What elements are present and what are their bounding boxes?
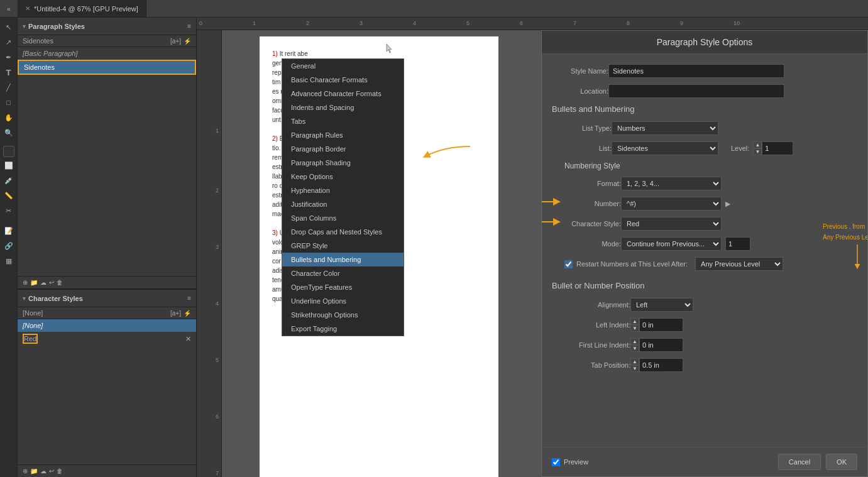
menu-item-span-columns[interactable]: Span Columns (282, 211, 404, 225)
cancel-button[interactable]: Cancel (778, 454, 821, 470)
para-panel-icon-trash[interactable]: 🗑 (57, 279, 63, 286)
left-indent-input[interactable] (639, 318, 683, 332)
menu-item-basic-char[interactable]: Basic Character Formats (282, 73, 404, 87)
first-line-indent-up[interactable]: ▲ (630, 338, 639, 345)
para-panel-menu-icon[interactable]: ≡ (187, 23, 191, 30)
format-select[interactable]: 1, 2, 3, 4... (621, 177, 722, 190)
char-panel-icon-arrow[interactable]: ↩ (49, 468, 54, 474)
para-sync-icon[interactable]: [a+] (170, 38, 181, 45)
menu-item-advanced-char[interactable]: Advanced Character Formats (282, 87, 404, 101)
level-spinner: ▲ ▼ (753, 141, 793, 155)
list-select[interactable]: Sidenotes (612, 141, 718, 155)
char-style-select[interactable]: Red (621, 217, 722, 231)
table-icon[interactable]: ▦ (2, 254, 16, 268)
document-area: 0 1 2 3 4 5 6 7 8 9 10 1 2 3 4 5 6 (197, 18, 868, 477)
eyedropper-icon[interactable]: 💉 (2, 173, 16, 187)
menu-item-grep[interactable]: GREP Style (282, 239, 404, 253)
document-tab[interactable]: ✕ *Untitled-4 @ 67% [GPU Preview] (18, 0, 146, 17)
ok-button[interactable]: OK (826, 454, 857, 470)
menu-item-tabs[interactable]: Tabs (282, 114, 404, 128)
menu-item-export-tagging[interactable]: Export Tagging (282, 322, 404, 336)
fill-color-icon[interactable] (3, 146, 14, 157)
tab-position-up[interactable]: ▲ (630, 358, 639, 365)
restart-checkbox[interactable] (564, 260, 573, 268)
menu-item-para-rules[interactable]: Paragraph Rules (282, 128, 404, 142)
para-panel-icon-folder[interactable]: 📁 (30, 279, 38, 286)
rect-tool-icon[interactable]: □ (2, 96, 16, 109)
para-panel-icon-create[interactable]: ⊕ (23, 279, 28, 286)
menu-item-char-color[interactable]: Character Color (282, 266, 404, 280)
first-line-indent-down[interactable]: ▼ (630, 345, 639, 352)
number-expand-icon[interactable]: ▶ (725, 200, 730, 208)
restart-select[interactable]: Any Previous Level (695, 257, 783, 271)
notes-icon[interactable]: 📝 (2, 224, 16, 238)
list-type-select[interactable]: Numbers (612, 121, 718, 135)
char-flash-icon[interactable]: ⚡ (184, 310, 191, 317)
level-down-btn[interactable]: ▼ (753, 148, 762, 155)
char-panel-subheader-icons: [a+] ⚡ (170, 310, 191, 317)
direct-select-icon[interactable]: ↗ (2, 35, 16, 49)
para-panel-subheader-text: Sidenotes (23, 37, 53, 45)
alignment-select[interactable]: Left (630, 298, 693, 312)
char-sync-icon[interactable]: [a+] (170, 310, 181, 317)
menu-item-hyphenation[interactable]: Hyphenation (282, 184, 404, 197)
menu-item-para-shading[interactable]: Paragraph Shading (282, 156, 404, 170)
scissors-icon[interactable]: ✂ (2, 204, 16, 217)
menu-item-para-border[interactable]: Paragraph Border (282, 142, 404, 156)
hand-tool-icon[interactable]: ✋ (2, 111, 16, 124)
restart-label: Restart Numbers at This Level After: (576, 260, 688, 268)
para-flash-icon[interactable]: ⚡ (184, 38, 191, 45)
mode-select[interactable]: Continue from Previous... (621, 237, 722, 251)
selection-tool-icon[interactable]: ↖ (2, 20, 16, 34)
level-up-btn[interactable]: ▲ (753, 141, 762, 148)
level-input[interactable] (762, 141, 793, 155)
menu-item-drop-caps[interactable]: Drop Caps and Nested Styles (282, 225, 404, 239)
menu-item-justification[interactable]: Justification (282, 197, 404, 211)
level-label: Level: (731, 145, 749, 152)
tab-collapse-btn[interactable]: « (0, 0, 18, 17)
first-line-indent-row: First Line Indent: ▲ ▼ (564, 338, 857, 352)
measure-icon[interactable]: 📏 (2, 189, 16, 202)
menu-item-bullets[interactable]: Bullets and Numbering (282, 253, 404, 266)
restart-row: Restart Numbers at This Level After: Any… (564, 257, 857, 271)
tab-position-down[interactable]: ▼ (630, 365, 639, 372)
char-panel-icon-folder[interactable]: 📁 (30, 468, 38, 474)
left-indent-up[interactable]: ▲ (630, 318, 639, 325)
menu-item-opentype[interactable]: OpenType Features (282, 280, 404, 294)
zoom-tool-icon[interactable]: 🔍 (2, 126, 16, 140)
para-style-sidenotes[interactable]: Sidenotes (18, 60, 196, 75)
char-panel-icon-trash[interactable]: 🗑 (57, 468, 63, 474)
char-panel-close-icon[interactable]: ✕ (185, 335, 191, 343)
type-tool-icon[interactable]: T (2, 65, 16, 79)
char-panel-menu-icon[interactable]: ≡ (187, 295, 191, 302)
menu-item-general[interactable]: General (282, 59, 404, 73)
location-input[interactable] (608, 84, 784, 98)
tab-close-icon[interactable]: ✕ (25, 5, 30, 12)
mode-num-input[interactable] (725, 237, 750, 251)
menu-item-underline[interactable]: Underline Options (282, 294, 404, 308)
ruler-mark-8: 8 (627, 20, 630, 26)
location-label: Location: (552, 87, 608, 95)
char-style-none[interactable]: [None] (18, 319, 196, 332)
number-select[interactable]: ^#) (621, 197, 722, 211)
menu-item-indents[interactable]: Indents and Spacing (282, 101, 404, 114)
tab-position-input[interactable] (639, 358, 683, 372)
char-style-label: Character Style: (564, 220, 621, 228)
menu-item-keep-opts[interactable]: Keep Options (282, 170, 404, 184)
left-indent-down[interactable]: ▼ (630, 325, 639, 332)
line-tool-icon[interactable]: ╱ (2, 80, 16, 94)
style-name-input[interactable] (608, 64, 784, 78)
links-icon[interactable]: 🔗 (2, 239, 16, 253)
para-panel-icon-arrow[interactable]: ↩ (49, 279, 54, 286)
char-panel-icon-create[interactable]: ⊕ (23, 468, 28, 474)
char-style-red[interactable]: Red (23, 334, 38, 344)
stroke-color-icon[interactable]: ⬜ (2, 158, 16, 172)
svg-text:Previous . from: Previous . from (823, 223, 865, 230)
para-style-basic-paragraph[interactable]: [Basic Paragraph] (18, 47, 196, 60)
first-line-indent-input[interactable] (639, 338, 683, 352)
menu-item-strikethrough[interactable]: Strikethrough Options (282, 308, 404, 322)
char-panel-icon-clear[interactable]: ☁ (40, 468, 47, 474)
preview-checkbox[interactable] (552, 458, 560, 466)
para-panel-icon-clear[interactable]: ☁ (40, 279, 47, 286)
pen-tool-icon[interactable]: ✒ (2, 50, 16, 64)
